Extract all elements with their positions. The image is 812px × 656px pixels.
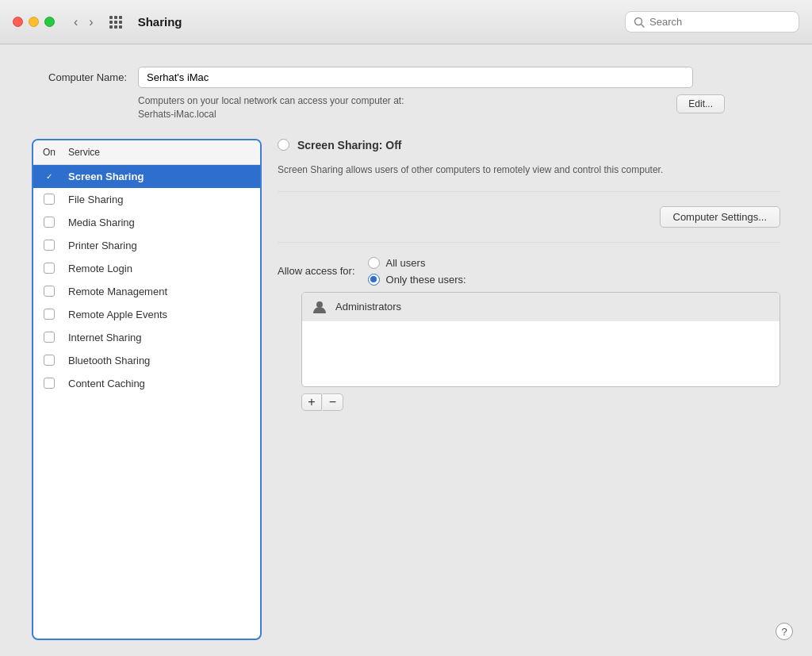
checkbox-icon [44,286,55,297]
titlebar: ‹ › Sharing [0,0,812,44]
service-item-name: Content Caching [65,376,260,391]
separator2 [278,242,780,243]
main-content: Computer Name: Computers on your local n… [0,44,812,656]
checkbox-icon [44,240,55,251]
minimize-button[interactable] [29,17,39,27]
only-these-users-option[interactable]: Only these users: [368,274,466,286]
users-list: Administrators [301,292,780,387]
service-list-header-on: On [33,145,65,159]
svg-point-2 [316,301,323,308]
computer-name-sub: Computers on your local network can acce… [138,94,725,121]
service-item-name: Printer Sharing [65,238,260,253]
computer-name-label: Computer Name: [32,71,127,83]
service-checkbox[interactable] [33,217,65,228]
service-detail: Screen Sharing: Off Screen Sharing allow… [278,139,780,640]
edit-button[interactable]: Edit... [676,94,725,113]
remove-user-button[interactable]: − [323,393,343,411]
computer-name-description: Computers on your local network can acce… [138,94,404,121]
service-item-name: Bluetooth Sharing [65,353,260,368]
all-users-option[interactable]: All users [368,257,466,269]
service-checkbox[interactable] [33,286,65,297]
service-item[interactable]: Content Caching [33,372,260,395]
maximize-button[interactable] [44,17,55,27]
add-user-button[interactable]: + [301,393,322,411]
traffic-lights [13,17,55,27]
user-name: Administrators [335,301,401,313]
computer-name-section: Computer Name: Computers on your local n… [32,67,780,121]
only-users-radio[interactable] [368,274,380,286]
service-item[interactable]: Remote Management [33,280,260,303]
service-item-name: Remote Login [65,261,260,276]
description-text: Screen Sharing allows users of other com… [278,163,780,177]
checkbox-icon [44,355,55,366]
service-checkbox[interactable] [33,355,65,366]
services-area: On Service ✓Screen SharingFile SharingMe… [32,139,780,640]
service-item-name: Remote Management [65,284,260,299]
nav-buttons: ‹ › [71,13,97,31]
computer-name-input[interactable] [138,67,693,88]
user-icon [310,297,329,316]
checkbox-icon [44,309,55,320]
computer-settings-button[interactable]: Computer Settings... [660,206,781,228]
service-checkbox[interactable]: ✓ [33,171,65,182]
service-item-name: Remote Apple Events [65,307,260,322]
service-item-name: Media Sharing [65,215,260,230]
service-checkbox[interactable] [33,309,65,320]
service-checkbox[interactable] [33,378,65,389]
back-button[interactable]: ‹ [71,13,81,31]
status-row: Screen Sharing: Off [278,139,780,152]
checkbox-icon [44,332,55,343]
service-item-name: File Sharing [65,192,260,207]
status-radio[interactable] [278,139,289,151]
all-users-radio[interactable] [368,257,380,269]
service-item[interactable]: ✓Screen Sharing [33,165,260,188]
only-users-label: Only these users: [386,274,466,286]
forward-button[interactable]: › [86,13,96,31]
service-item[interactable]: Remote Apple Events [33,303,260,326]
checkbox-icon [44,263,55,274]
service-item[interactable]: Internet Sharing [33,326,260,349]
checkbox-icon [44,217,55,228]
service-items: ✓Screen SharingFile SharingMedia Sharing… [33,165,260,639]
service-item[interactable]: Printer Sharing [33,234,260,257]
all-users-label: All users [386,257,426,269]
service-item-name: Internet Sharing [65,330,260,345]
svg-line-1 [642,24,645,27]
service-list-container: On Service ✓Screen SharingFile SharingMe… [32,139,262,640]
access-options: All users Only these users: [368,257,466,286]
access-section: Allow access for: All users Only these u… [278,257,780,411]
service-list-header: On Service [33,140,260,165]
grid-icon[interactable] [109,16,122,29]
service-checkbox[interactable] [33,263,65,274]
window-title: Sharing [138,15,182,29]
checkbox-icon: ✓ [44,171,55,182]
separator [278,191,780,192]
list-controls: + − [301,393,780,411]
search-input[interactable] [649,16,791,28]
search-box [625,11,799,33]
service-item[interactable]: Remote Login [33,257,260,280]
service-checkbox[interactable] [33,332,65,343]
service-list-header-service: Service [65,145,260,159]
computer-name-row: Computer Name: [32,67,780,88]
service-item[interactable]: Media Sharing [33,211,260,234]
service-checkbox[interactable] [33,240,65,251]
access-label: Allow access for: [278,265,355,277]
close-button[interactable] [13,17,23,27]
checkbox-icon [44,194,55,205]
status-label: Screen Sharing: Off [297,139,401,152]
service-checkbox[interactable] [33,194,65,205]
help-button[interactable]: ? [776,623,793,640]
user-item[interactable]: Administrators [302,293,779,321]
service-item-name: Screen Sharing [65,169,260,184]
service-item[interactable]: Bluetooth Sharing [33,349,260,372]
service-item[interactable]: File Sharing [33,188,260,211]
access-row: Allow access for: All users Only these u… [278,257,780,286]
search-icon [634,17,645,28]
checkbox-icon [44,378,55,389]
